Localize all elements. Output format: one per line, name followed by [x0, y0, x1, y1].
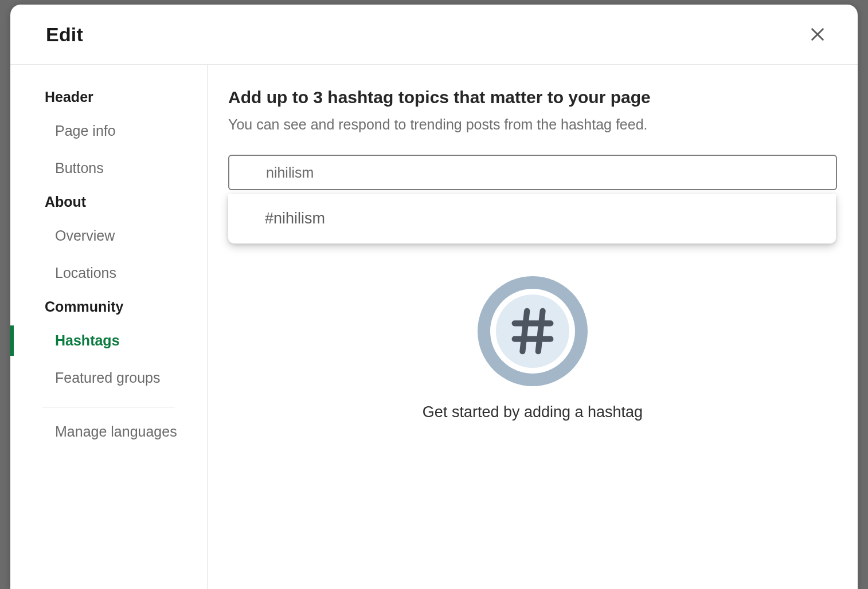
sidebar-item-manage-languages[interactable]: Manage languages [10, 413, 207, 450]
hashtag-suggestion-item[interactable]: #nihilism [228, 194, 836, 244]
hashtag-suggestions-dropdown: #nihilism [228, 194, 836, 244]
empty-state-text: Get started by adding a hashtag [423, 403, 643, 421]
close-icon [808, 25, 827, 44]
sidebar-divider [42, 407, 175, 407]
close-button[interactable] [805, 22, 830, 47]
sidebar-item-hashtags[interactable]: Hashtags [10, 322, 207, 359]
content-panel: Add up to 3 hashtag topics that matter t… [208, 65, 858, 589]
modal-body: Header Page info Buttons About Overview … [10, 65, 858, 589]
edit-modal: Edit Header Page info Buttons About Over… [10, 5, 858, 589]
svg-line-5 [538, 311, 543, 352]
modal-title: Edit [46, 23, 83, 46]
sidebar-item-overview[interactable]: Overview [10, 217, 207, 254]
hashtag-input[interactable] [228, 155, 837, 190]
sidebar-item-buttons[interactable]: Buttons [10, 150, 207, 187]
hashtag-illustration [478, 276, 588, 386]
section-header-community: Community [10, 292, 207, 322]
section-header-header: Header [10, 82, 207, 112]
hashtag-icon [506, 304, 560, 358]
sidebar-item-featured-groups[interactable]: Featured groups [10, 359, 207, 396]
empty-state: Get started by adding a hashtag [228, 276, 837, 421]
content-subtitle: You can see and respond to trending post… [228, 116, 837, 133]
svg-line-4 [522, 311, 527, 352]
content-title: Add up to 3 hashtag topics that matter t… [228, 88, 837, 107]
sidebar-item-locations[interactable]: Locations [10, 254, 207, 292]
modal-header: Edit [10, 5, 858, 65]
settings-sidebar: Header Page info Buttons About Overview … [10, 65, 208, 589]
sidebar-item-page-info[interactable]: Page info [10, 112, 207, 150]
section-header-about: About [10, 187, 207, 217]
